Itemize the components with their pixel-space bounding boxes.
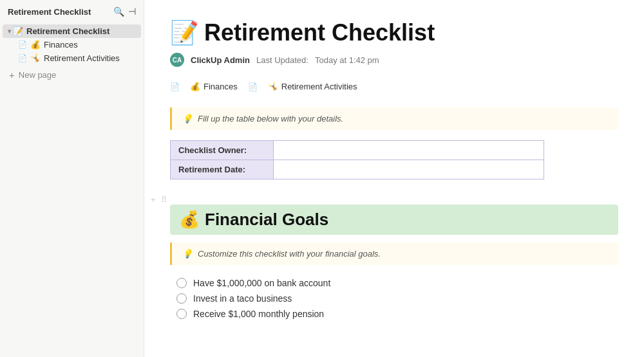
drag-handle-icon[interactable]: ⠿ <box>161 195 167 205</box>
table-key-date: Retirement Date: <box>171 160 274 179</box>
page-title-emoji: 📝 <box>170 19 199 46</box>
financial-goals-section: + ⠿ 💰 Financial Goals 💡 Customize this c… <box>170 195 618 322</box>
retirement-checklist-emoji-icon: 📝 <box>13 26 23 36</box>
table-value-owner[interactable] <box>274 141 544 160</box>
table-value-date[interactable] <box>274 160 544 179</box>
checklist-item-label-1: Have $1,000,000 on bank account <box>193 278 330 288</box>
hint-bulb-icon: 💡 <box>182 114 193 124</box>
finances-emoji-icon: 💰 <box>30 40 41 50</box>
financial-hint-bulb-icon: 💡 <box>182 249 193 259</box>
sidebar-title: Retirement Checklist <box>8 7 91 17</box>
financial-goals-heading-text: Financial Goals <box>205 210 328 230</box>
chevron-down-icon: ▾ <box>8 28 11 35</box>
sidebar-header-icons: 🔍 ⊣ <box>113 6 136 17</box>
sidebar-item-label: Retirement Activities <box>44 53 120 63</box>
subpage-link-finances[interactable]: 💰 Finances <box>190 80 238 93</box>
doc-icon: 📄 <box>18 41 27 49</box>
sidebar-item-retirement-activities[interactable]: 📄 🤸 Retirement Activities <box>3 51 141 65</box>
page-title: 📝 Retirement Checklist <box>170 19 618 46</box>
activities-label: Retirement Activities <box>281 82 357 91</box>
table-row: Retirement Date: <box>171 160 544 179</box>
financial-goals-hint-box: 💡 Customize this checklist with your fin… <box>170 243 618 265</box>
financial-goals-heading-bar: 💰 Financial Goals <box>170 205 618 235</box>
subpage-doc-icon-1: 📄 <box>170 82 180 91</box>
table-key-owner: Checklist Owner: <box>171 141 274 160</box>
sidebar-header: Retirement Checklist 🔍 ⊣ <box>0 0 144 23</box>
author-name: ClickUp Admin <box>191 55 250 65</box>
sidebar-item-finances[interactable]: 📄 💰 Finances <box>3 38 141 51</box>
checklist-item-label-3: Receive $1,000 monthly pension <box>193 309 324 319</box>
sidebar-item-retirement-checklist[interactable]: ▾ 📝 Retirement Checklist <box>3 24 141 38</box>
checkbox-1[interactable] <box>176 278 187 288</box>
table-row: Checklist Owner: <box>171 141 544 160</box>
subpage-link-activities[interactable]: 🤸 Retirement Activities <box>268 80 357 93</box>
checkbox-2[interactable] <box>176 293 187 304</box>
page-title-text: Retirement Checklist <box>204 19 435 46</box>
subpages-bar: 📄 💰 Finances 📄 🤸 Retirement Activities <box>170 80 618 93</box>
subpage-doc-icon-2: 📄 <box>248 82 258 91</box>
checklist-items: Have $1,000,000 on bank account Invest i… <box>170 275 618 322</box>
checkbox-3[interactable] <box>176 309 187 319</box>
checklist-item-3: Receive $1,000 monthly pension <box>176 306 618 322</box>
add-icon[interactable]: + <box>151 195 156 205</box>
last-updated-label: Last Updated: <box>256 55 308 65</box>
plus-icon: + <box>9 69 15 80</box>
activities-emoji-icon: 🤸 <box>30 53 41 63</box>
financial-goals-emoji: 💰 <box>179 210 200 230</box>
checklist-item-label-2: Invest in a taco business <box>193 293 292 304</box>
activities-emoji: 🤸 <box>268 82 278 91</box>
sidebar-item-label: Retirement Checklist <box>26 26 109 36</box>
finances-emoji: 💰 <box>190 82 200 91</box>
sidebar-item-label: Finances <box>44 40 78 50</box>
info-hint-box: 💡 Fill up the table below with your deta… <box>170 107 618 130</box>
new-page-label: New page <box>19 70 57 80</box>
checklist-item-1: Have $1,000,000 on bank account <box>176 275 618 291</box>
checklist-table: Checklist Owner: Retirement Date: <box>170 140 544 179</box>
new-page-button[interactable]: + New page <box>3 66 141 84</box>
finances-label: Finances <box>204 82 238 91</box>
section-drag-area: + ⠿ <box>151 195 618 205</box>
search-icon[interactable]: 🔍 <box>113 6 124 17</box>
sidebar-tree: ▾ 📝 Retirement Checklist 📄 💰 Finances 📄 … <box>0 23 144 357</box>
financial-hint-text: Customize this checklist with your finan… <box>198 249 381 259</box>
checklist-item-2: Invest in a taco business <box>176 291 618 306</box>
avatar: CA <box>170 53 184 67</box>
layout-icon[interactable]: ⊣ <box>128 6 136 17</box>
last-updated-value: Today at 1:42 pm <box>315 55 379 65</box>
hint-text: Fill up the table below with your detail… <box>198 114 343 124</box>
sidebar: Retirement Checklist 🔍 ⊣ ▾ 📝 Retirement … <box>0 0 144 357</box>
main-content: 📝 Retirement Checklist CA ClickUp Admin … <box>144 0 644 357</box>
page-meta: CA ClickUp Admin Last Updated: Today at … <box>170 53 618 67</box>
doc-icon2: 📄 <box>18 54 27 62</box>
